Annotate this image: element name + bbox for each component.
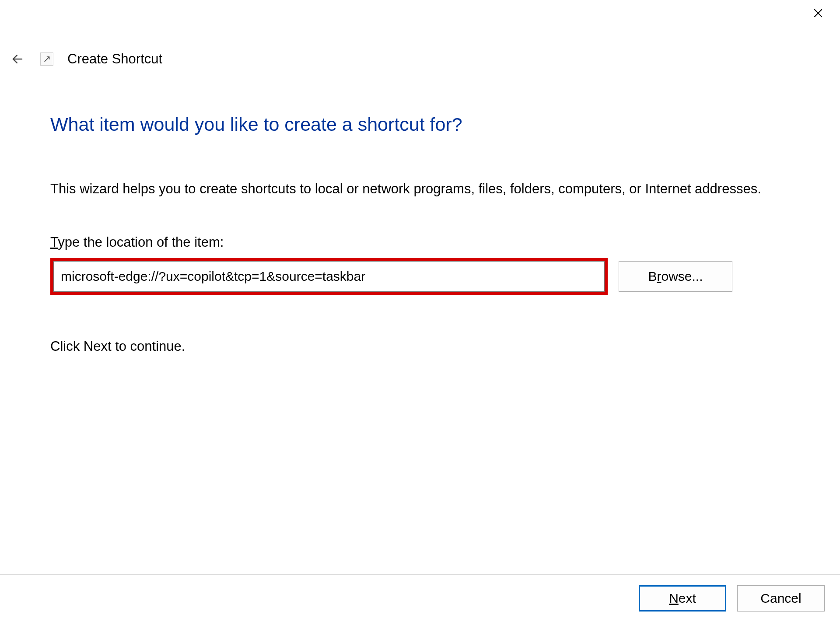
close-button[interactable] [805,0,831,26]
main-heading: What item would you like to create a sho… [50,114,790,135]
wizard-title: Create Shortcut [67,51,162,67]
wizard-description: This wizard helps you to create shortcut… [50,179,768,199]
wizard-content: What item would you like to create a sho… [50,114,790,354]
arrow-left-icon [11,52,24,66]
location-input-highlight [50,258,608,295]
continue-instruction: Click Next to continue. [50,339,790,354]
browse-button[interactable]: Browse... [619,261,732,292]
back-button[interactable] [9,50,26,68]
close-icon [812,7,824,19]
wizard-header: ↗ Create Shortcut [9,50,162,68]
location-input[interactable] [53,261,605,292]
shortcut-icon: ↗ [40,52,53,66]
location-input-label: Type the location of the item: [50,234,790,250]
next-button[interactable]: Next [639,585,726,612]
wizard-footer: Next Cancel [0,574,840,622]
cancel-button[interactable]: Cancel [737,585,825,612]
